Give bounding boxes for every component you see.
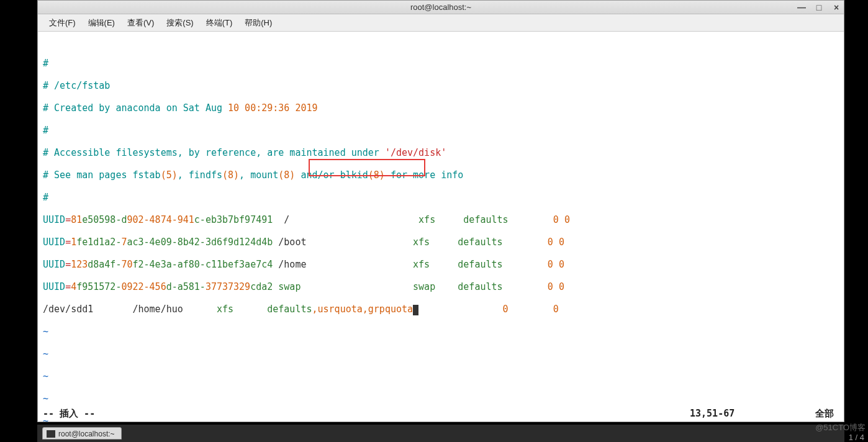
page-indicator: 1 / 4	[849, 433, 864, 442]
terminal-icon	[47, 430, 55, 438]
vim-status-line: -- 插入 -- 13,51-67 全部	[43, 408, 839, 419]
line: #	[43, 58, 839, 69]
vim-mode: -- 插入 --	[43, 408, 690, 419]
fstab-entry: UUID=123d8a4f-70f2-4e3a-af80-c11bef3ae7c…	[43, 259, 839, 270]
taskbar-item-terminal[interactable]: root@localhost:~	[42, 427, 122, 440]
taskbar[interactable]: root@localhost:~	[37, 425, 844, 442]
empty-line: ~	[43, 371, 839, 382]
empty-line: ~	[43, 393, 839, 404]
menu-edit[interactable]: 编辑(E)	[83, 16, 120, 30]
menu-search[interactable]: 搜索(S)	[161, 16, 198, 30]
vim-cursor-position: 13,51-67	[690, 408, 789, 419]
titlebar[interactable]: root@localhost:~ — □ ×	[38, 1, 844, 14]
window-title: root@localhost:~	[410, 2, 471, 12]
line: #	[43, 125, 839, 136]
minimize-icon[interactable]: —	[797, 2, 807, 12]
line: # /etc/fstab	[43, 80, 839, 91]
text-cursor	[413, 305, 418, 315]
menu-file[interactable]: 文件(F)	[44, 16, 81, 30]
line: # Created by anaconda on Sat Aug 10 00:2…	[43, 102, 839, 114]
vim-scroll-position: 全部	[789, 408, 839, 419]
fstab-entry: UUID=81e50598-d902-4874-941c-eb3b7bf9749…	[43, 214, 839, 225]
empty-line: ~	[43, 348, 839, 359]
menubar: 文件(F) 编辑(E) 查看(V) 搜索(S) 终端(T) 帮助(H)	[38, 14, 844, 32]
line: # See man pages fstab(5), findfs(8), mou…	[43, 169, 839, 181]
fstab-entry: UUID=1fe1d1a2-7ac3-4e09-8b42-3d6f9d124d4…	[43, 237, 839, 248]
line: # Accessible filesystems, by reference, …	[43, 147, 839, 158]
line: #	[43, 192, 839, 203]
terminal-area[interactable]: # # /etc/fstab # Created by anaconda on …	[38, 32, 844, 422]
terminal-window: root@localhost:~ — □ × 文件(F) 编辑(E) 查看(V)…	[37, 0, 844, 422]
close-icon[interactable]: ×	[831, 2, 841, 12]
maximize-icon[interactable]: □	[814, 2, 824, 12]
watermark: @51CTO博客	[815, 422, 866, 433]
menu-help[interactable]: 帮助(H)	[240, 16, 277, 30]
fstab-entry: UUID=4f951572-0922-456d-a581-37737329cda…	[43, 281, 839, 292]
menu-terminal[interactable]: 终端(T)	[201, 16, 238, 30]
empty-line: ~	[43, 326, 839, 337]
menu-view[interactable]: 查看(V)	[122, 16, 159, 30]
fstab-entry-editing: /dev/sdd1 /home/huo xfs defaults,usrquot…	[43, 304, 839, 315]
taskbar-item-label: root@localhost:~	[58, 430, 115, 438]
